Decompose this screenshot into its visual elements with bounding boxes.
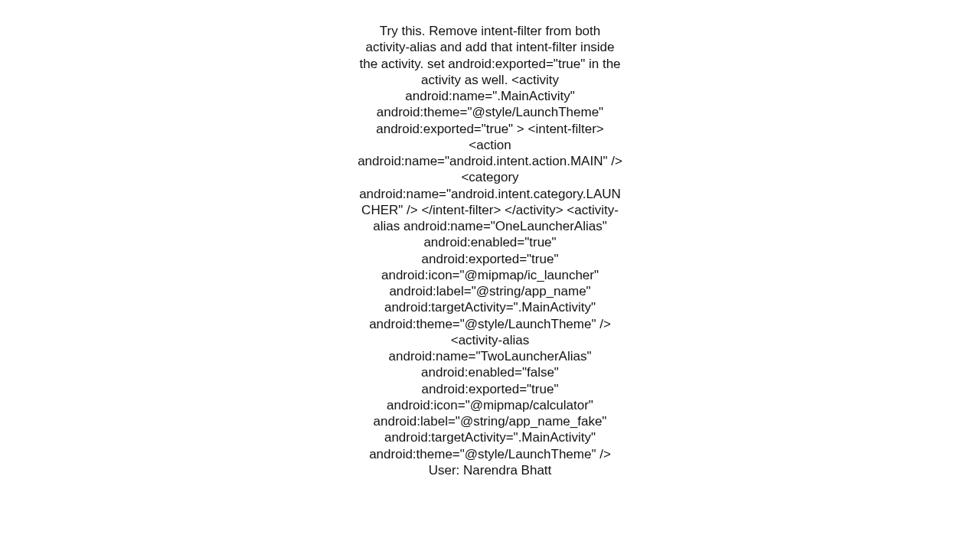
user-name: Narendra Bhatt xyxy=(463,463,551,478)
answer-post: Try this. Remove intent-filter from both… xyxy=(356,23,624,478)
user-label: User: xyxy=(429,463,463,478)
answer-body: Try this. Remove intent-filter from both… xyxy=(358,24,622,461)
